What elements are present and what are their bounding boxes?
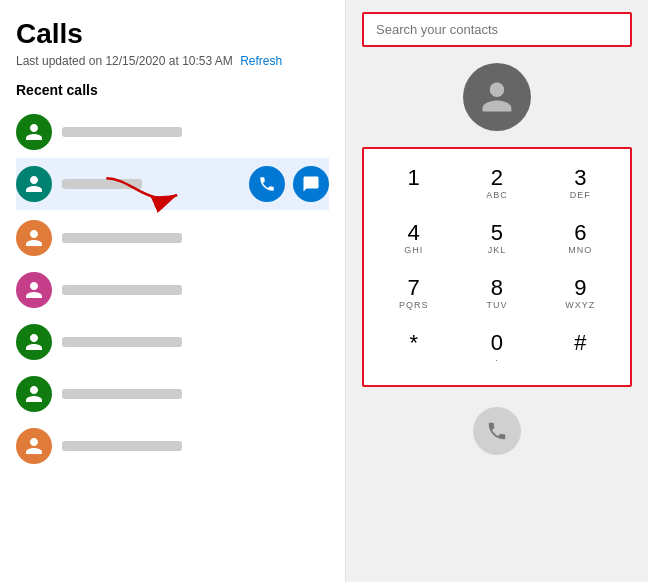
dial-letters: PQRS	[399, 300, 429, 312]
dial-key-5[interactable]: 5JKL	[455, 212, 538, 267]
dial-key-6[interactable]: 6MNO	[539, 212, 622, 267]
dial-letters: WXYZ	[565, 300, 595, 312]
page-title: Calls	[16, 18, 329, 50]
call-item	[16, 420, 329, 472]
search-input[interactable]	[362, 12, 632, 47]
dial-key-*[interactable]: *	[372, 322, 455, 377]
dial-number: 2	[491, 167, 503, 189]
dial-key-9[interactable]: 9WXYZ	[539, 267, 622, 322]
contact-name	[62, 127, 182, 137]
contact-avatar-large	[463, 63, 531, 131]
dial-key-4[interactable]: 4GHI	[372, 212, 455, 267]
dial-letters: ABC	[486, 190, 508, 202]
dial-letters: MNO	[568, 245, 592, 257]
dialpad: 12ABC3DEF4GHI5JKL6MNO7PQRS8TUV9WXYZ*0·#	[362, 147, 632, 387]
contact-name	[62, 233, 182, 243]
dial-key-8[interactable]: 8TUV	[455, 267, 538, 322]
dial-number: *	[409, 332, 418, 354]
refresh-link[interactable]: Refresh	[240, 54, 282, 68]
dial-number: 6	[574, 222, 586, 244]
dial-key-2[interactable]: 2ABC	[455, 157, 538, 212]
dial-key-3[interactable]: 3DEF	[539, 157, 622, 212]
avatar	[16, 114, 52, 150]
contact-name	[62, 389, 182, 399]
message-button[interactable]	[293, 166, 329, 202]
left-panel: Calls Last updated on 12/15/2020 at 10:5…	[0, 0, 346, 582]
call-item-selected[interactable]	[16, 158, 329, 210]
dial-number: 7	[408, 277, 420, 299]
recent-calls-title: Recent calls	[16, 82, 329, 98]
dialpad-grid: 12ABC3DEF4GHI5JKL6MNO7PQRS8TUV9WXYZ*0·#	[372, 157, 622, 377]
call-actions	[249, 166, 329, 202]
dial-number: 1	[408, 167, 420, 189]
dial-number: 8	[491, 277, 503, 299]
last-updated-text: Last updated on 12/15/2020 at 10:53 AM R…	[16, 54, 329, 68]
call-item	[16, 368, 329, 420]
dial-number: 0	[491, 332, 503, 354]
calls-list	[16, 106, 329, 582]
dial-number: #	[574, 332, 586, 354]
avatar	[16, 376, 52, 412]
dial-key-0[interactable]: 0·	[455, 322, 538, 377]
call-item	[16, 316, 329, 368]
dial-key-#[interactable]: #	[539, 322, 622, 377]
dial-letters: TUV	[486, 300, 507, 312]
call-item	[16, 264, 329, 316]
dial-number: 9	[574, 277, 586, 299]
contact-name	[62, 337, 182, 347]
dial-key-1[interactable]: 1	[372, 157, 455, 212]
dial-letters: GHI	[404, 245, 423, 257]
avatar	[16, 428, 52, 464]
avatar	[16, 220, 52, 256]
contact-name	[62, 441, 182, 451]
dial-letters: JKL	[488, 245, 507, 257]
dial-letters: ·	[495, 355, 499, 367]
dial-number: 3	[574, 167, 586, 189]
contact-name	[62, 285, 182, 295]
dial-letters: DEF	[570, 190, 591, 202]
call-item	[16, 212, 329, 264]
dial-key-7[interactable]: 7PQRS	[372, 267, 455, 322]
contact-name	[62, 179, 142, 189]
call-button[interactable]	[249, 166, 285, 202]
avatar	[16, 166, 52, 202]
call-button-bottom[interactable]	[473, 407, 521, 455]
avatar	[16, 324, 52, 360]
dial-number: 5	[491, 222, 503, 244]
dial-number: 4	[408, 222, 420, 244]
call-item	[16, 106, 329, 158]
right-panel: 12ABC3DEF4GHI5JKL6MNO7PQRS8TUV9WXYZ*0·#	[346, 0, 648, 582]
avatar	[16, 272, 52, 308]
